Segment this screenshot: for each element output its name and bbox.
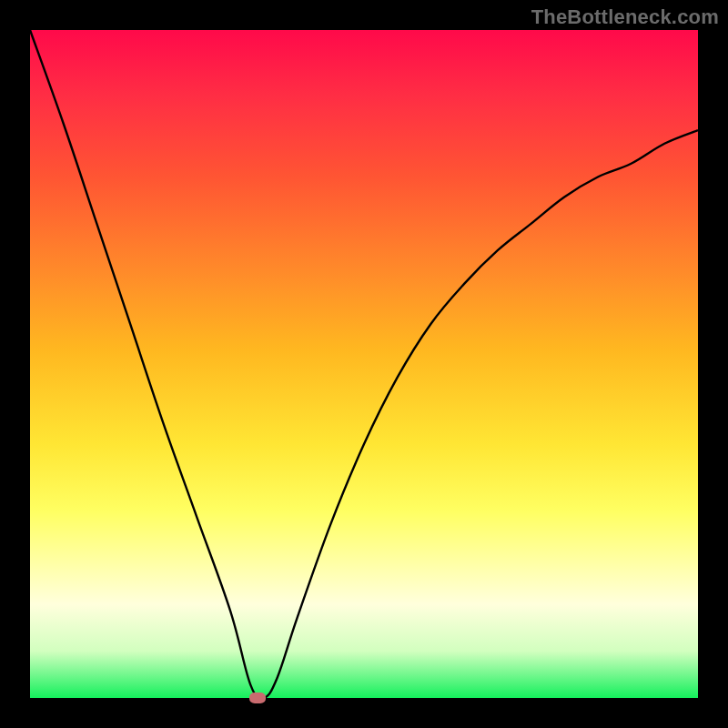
plot-area [30,30,698,698]
minimum-marker [249,693,266,703]
watermark-text: TheBottleneck.com [531,5,719,29]
chart-frame: TheBottleneck.com [0,0,728,728]
